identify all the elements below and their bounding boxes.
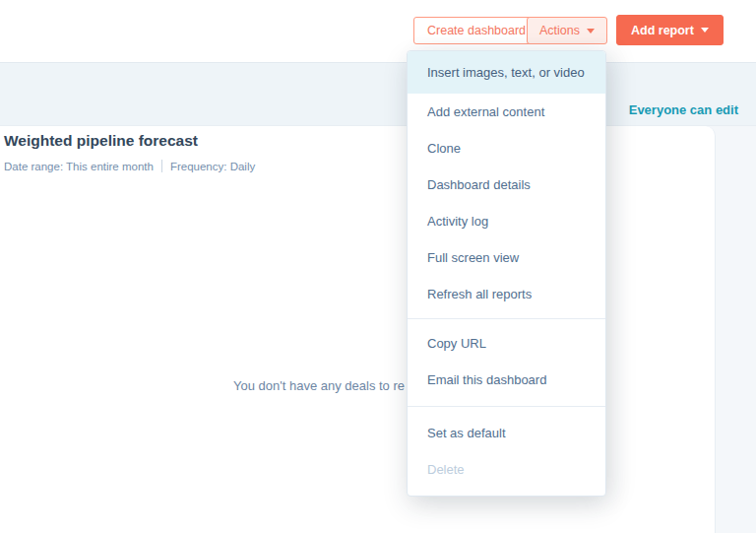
menu-item-add-external-content[interactable]: Add external content	[408, 94, 605, 130]
menu-item-set-as-default[interactable]: Set as default	[408, 415, 605, 451]
create-dashboard-button[interactable]: Create dashboard	[413, 17, 539, 44]
actions-button[interactable]: Actions	[527, 17, 607, 44]
create-dashboard-label: Create dashboard	[427, 24, 526, 37]
menu-divider	[408, 318, 605, 319]
report-card: Weighted pipeline forecast Date range: T…	[0, 126, 716, 533]
dashboard-screen: Create dashboard Actions Add report Ever…	[0, 0, 756, 533]
menu-item-refresh-all-reports[interactable]: Refresh all reports	[408, 276, 605, 312]
menu-item-insert-images-text-or-video[interactable]: Insert images, text, or video	[408, 51, 605, 94]
menu-item-copy-url[interactable]: Copy URL	[408, 325, 605, 362]
chevron-down-icon	[587, 29, 595, 33]
meta-divider	[161, 160, 162, 172]
dashboard-header-band: Everyone can edit	[0, 62, 756, 126]
actions-dropdown-menu: Insert images, text, or video Add extern…	[407, 50, 606, 497]
add-report-label: Add report	[631, 24, 694, 37]
menu-item-clone[interactable]: Clone	[408, 130, 605, 167]
menu-item-full-screen-view[interactable]: Full screen view	[408, 239, 605, 276]
menu-divider	[408, 406, 605, 407]
empty-state-message: You don't have any deals to re	[233, 378, 405, 393]
report-title: Weighted pipeline forecast	[4, 132, 198, 150]
frequency-label: Frequency: Daily	[170, 161, 255, 172]
actions-label: Actions	[539, 24, 580, 37]
toolbar: Create dashboard Actions Add report	[0, 0, 756, 62]
permission-label[interactable]: Everyone can edit	[629, 102, 738, 117]
menu-item-email-this-dashboard[interactable]: Email this dashboard	[408, 362, 605, 398]
menu-item-activity-log[interactable]: Activity log	[408, 203, 605, 239]
report-meta: Date range: This entire month Frequency:…	[4, 160, 255, 172]
date-range-label: Date range: This entire month	[4, 161, 154, 172]
menu-item-dashboard-details[interactable]: Dashboard details	[408, 167, 605, 203]
add-report-button[interactable]: Add report	[616, 15, 724, 45]
menu-item-delete: Delete	[408, 451, 605, 488]
chevron-down-icon	[701, 28, 709, 33]
